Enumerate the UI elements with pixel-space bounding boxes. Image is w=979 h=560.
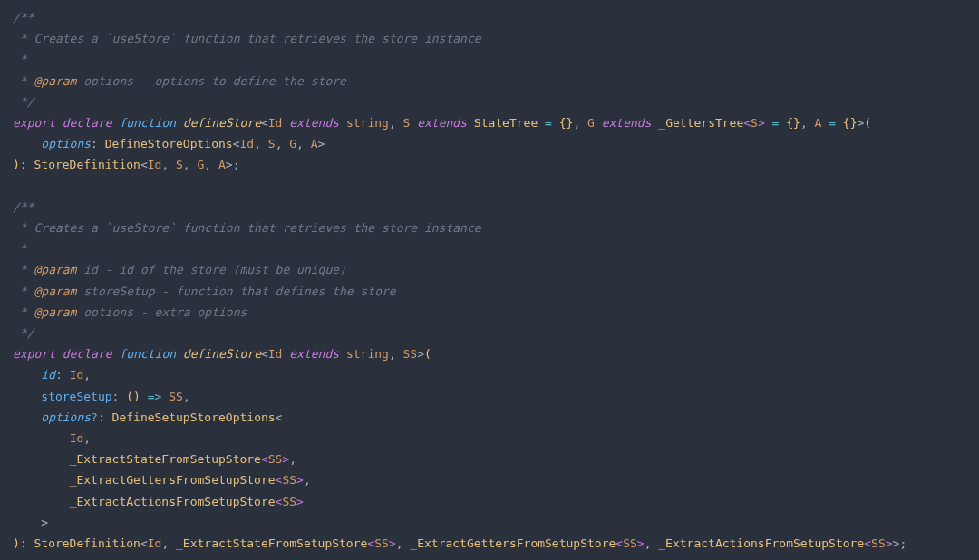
code-line: export declare function defineStore<Id e… <box>13 347 431 361</box>
code-editor[interactable]: /** * Creates a `useStore` function that… <box>0 0 979 560</box>
code-line: * <box>13 242 27 256</box>
code-line: id: Id, <box>13 368 91 381</box>
code-line: _ExtractActionsFromSetupStore<SS> <box>13 495 304 508</box>
code-line: * Creates a `useStore` function that ret… <box>13 32 481 45</box>
code-line: /** <box>13 11 34 24</box>
code-line: ): StoreDefinition<Id, _ExtractStateFrom… <box>13 536 906 550</box>
code-line: */ <box>13 95 34 109</box>
code-line: * @param id - id of the store (must be u… <box>13 263 346 276</box>
code-line: export declare function defineStore<Id e… <box>13 116 871 130</box>
code-line: _ExtractStateFromSetupStore<SS>, <box>13 452 296 466</box>
code-line: * @param storeSetup - function that defi… <box>13 285 396 298</box>
code-line: ): StoreDefinition<Id, S, G, A>; <box>13 158 239 171</box>
code-line: * @param options - options to define the… <box>13 74 346 88</box>
code-line: storeSetup: () => SS, <box>13 390 190 403</box>
code-line: * @param options - extra options <box>13 305 247 319</box>
code-line: * <box>13 53 27 66</box>
code-line: */ <box>13 326 34 340</box>
code-line: Id, <box>13 431 91 445</box>
code-line: > <box>13 516 48 529</box>
code-line: options?: DefineSetupStoreOptions< <box>13 410 282 424</box>
code-line: _ExtractGettersFromSetupStore<SS>, <box>13 473 311 487</box>
code-line: * Creates a `useStore` function that ret… <box>13 221 481 235</box>
code-line: /** <box>13 200 34 214</box>
code-line: options: DefineStoreOptions<Id, S, G, A> <box>13 137 325 150</box>
